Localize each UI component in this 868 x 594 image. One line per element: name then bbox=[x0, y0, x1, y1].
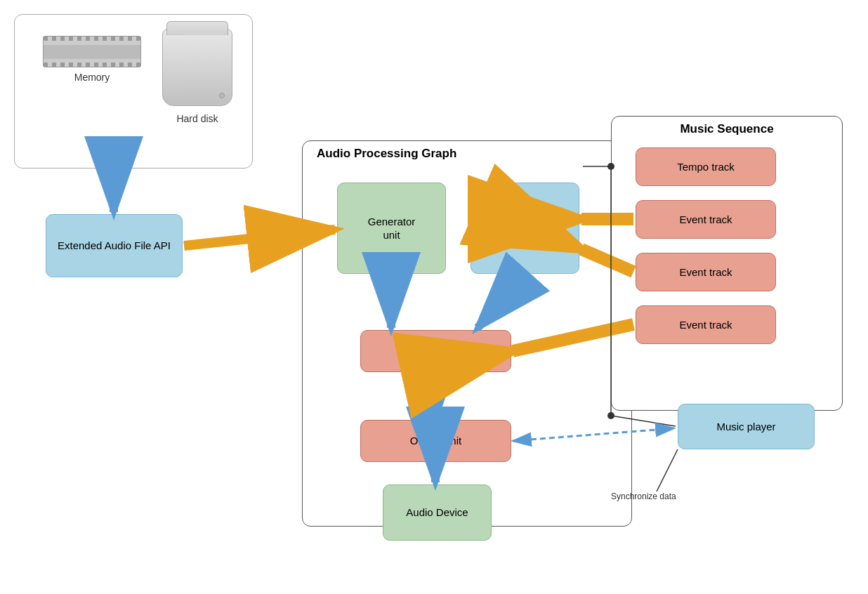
sync-label: Synchronize data bbox=[611, 491, 676, 501]
hard-disk-label: Hard disk bbox=[176, 113, 218, 124]
generator-unit: Generatorunit bbox=[337, 183, 446, 274]
audio-device: Audio Device bbox=[383, 484, 492, 541]
generator-label: Generatorunit bbox=[368, 215, 416, 242]
music-sequence-title: Music Sequence bbox=[680, 122, 773, 136]
ext-audio-label: Extended Audio File API bbox=[58, 239, 171, 253]
storage-container: Memory Hard disk bbox=[14, 14, 253, 169]
audio-device-label: Audio Device bbox=[406, 506, 468, 520]
music-player: Music player bbox=[678, 404, 815, 449]
instrument-unit: Instrumentunit bbox=[471, 183, 579, 274]
music-player-label: Music player bbox=[716, 421, 775, 433]
event-track-3-label: Event track bbox=[679, 318, 732, 332]
output-label: Output unit bbox=[410, 434, 461, 448]
event-track-2-label: Event track bbox=[679, 265, 732, 279]
memory-label: Memory bbox=[74, 72, 110, 83]
mixer-unit: 3D mixer unit bbox=[360, 330, 511, 372]
mixer-label: 3D mixer unit bbox=[405, 344, 466, 358]
hard-disk-icon: Hard disk bbox=[155, 29, 239, 124]
event-track-3: Event track bbox=[636, 305, 776, 344]
tempo-track: Tempo track bbox=[636, 147, 776, 186]
sync-label-line bbox=[657, 449, 678, 491]
event-track-1: Event track bbox=[636, 200, 776, 239]
diagram: Memory Hard disk Audio Processing Graph … bbox=[0, 0, 868, 594]
event-track-2: Event track bbox=[636, 253, 776, 291]
instrument-label: Instrumentunit bbox=[500, 215, 550, 242]
event-track-1-label: Event track bbox=[679, 213, 732, 227]
ext-audio-api: Extended Audio File API bbox=[46, 214, 183, 277]
output-unit: Output unit bbox=[360, 420, 511, 462]
apg-title: Audio Processing Graph bbox=[317, 147, 456, 161]
tempo-track-label: Tempo track bbox=[677, 160, 735, 174]
memory-icon: Memory bbox=[36, 36, 148, 92]
